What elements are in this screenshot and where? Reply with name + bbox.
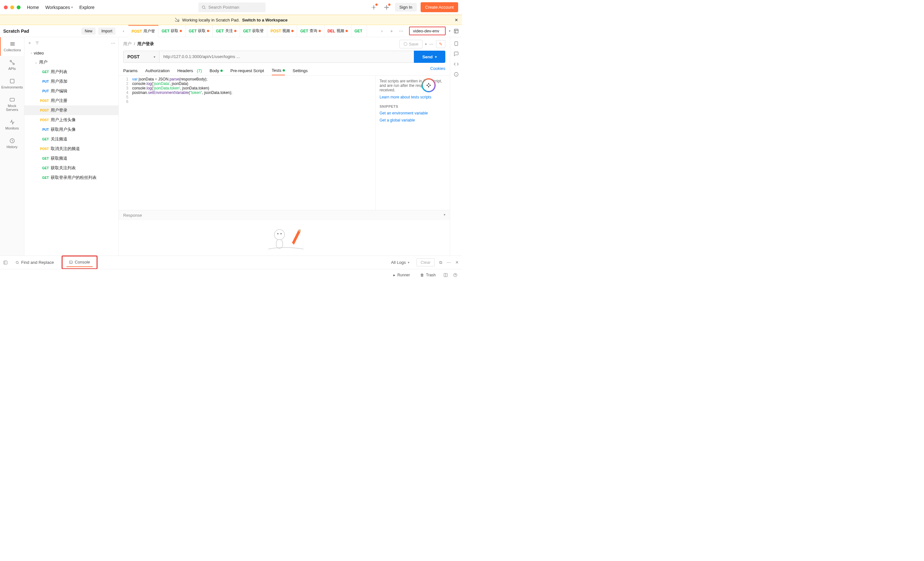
help-icon[interactable] xyxy=(453,273,458,277)
save-button[interactable]: Save xyxy=(399,40,423,48)
request-tab[interactable]: GET获取 xyxy=(186,25,213,37)
rail-monitors[interactable]: Monitors xyxy=(0,115,24,134)
request-tab[interactable]: DEL视频 xyxy=(324,25,351,37)
sync-icon[interactable] xyxy=(369,3,378,12)
response-collapse-icon[interactable]: ▾ xyxy=(444,213,446,218)
find-replace-button[interactable]: Find and Replace xyxy=(13,258,57,267)
request-item[interactable]: GET用户列表 xyxy=(24,67,118,76)
tab-tests[interactable]: Tests xyxy=(272,66,285,75)
tabs-next[interactable]: › xyxy=(377,28,387,33)
info-icon[interactable] xyxy=(454,72,459,77)
tab-settings[interactable]: Settings xyxy=(292,66,308,75)
response-section: Response▾ xyxy=(119,210,450,256)
save-dropdown[interactable]: ▾ xyxy=(425,42,427,46)
sidebar-more-icon[interactable]: ⋯ xyxy=(111,41,115,45)
footer-bar: Find and Replace Console All Logs ▾ Clea… xyxy=(0,256,462,269)
response-label: Response xyxy=(123,213,142,218)
nav-workspaces[interactable]: Workspaces ▾ xyxy=(45,5,73,10)
request-item[interactable]: GET获取关注列表 xyxy=(24,163,118,173)
comments-icon[interactable] xyxy=(454,51,459,57)
bootcamp-orb[interactable] xyxy=(422,78,436,92)
rail-history[interactable]: History xyxy=(0,134,24,153)
minimize-window[interactable] xyxy=(10,6,14,9)
tab-authorization[interactable]: Authorization xyxy=(146,66,170,75)
code-icon[interactable] xyxy=(454,61,459,67)
request-more-icon[interactable]: ⋯ xyxy=(429,42,434,46)
nav-home[interactable]: Home xyxy=(27,5,39,10)
rail-apis[interactable]: APIs xyxy=(0,56,24,74)
nav-explore[interactable]: Explore xyxy=(79,5,94,10)
new-button[interactable]: New xyxy=(81,28,96,34)
switch-workspace-link[interactable]: Switch to a Workspace xyxy=(242,18,288,22)
all-logs-filter[interactable]: All Logs ▾ xyxy=(388,258,412,267)
request-item[interactable]: PUT用户添加 xyxy=(24,76,118,86)
console-button[interactable]: Console xyxy=(66,258,93,267)
request-tab[interactable]: POST视频 xyxy=(267,25,297,37)
copy-icon[interactable]: ⧉ xyxy=(439,260,442,265)
create-account-button[interactable]: Create Account xyxy=(421,2,458,12)
search-placeholder: Search Postman xyxy=(208,5,239,10)
request-tab[interactable]: GET查询 xyxy=(297,25,324,37)
tab-body[interactable]: Body xyxy=(210,66,223,75)
two-pane-icon[interactable] xyxy=(443,273,448,277)
request-content: 用户 / 用户登录 Save ▾ ⋯ ✎ POST▾ http://127.0.… xyxy=(119,37,450,256)
console-more-icon[interactable]: ⋯ xyxy=(447,260,451,265)
rail-collections[interactable]: Collections xyxy=(0,37,24,56)
rail-environments[interactable]: Environments xyxy=(0,74,24,93)
clear-button[interactable]: Clear xyxy=(417,258,435,266)
request-item[interactable]: POST用户上传头像 xyxy=(24,115,118,125)
search-input[interactable]: Search Postman xyxy=(198,3,266,12)
environment-selector[interactable]: video-dev-env xyxy=(409,27,446,35)
import-button[interactable]: Import xyxy=(98,28,116,34)
maximize-window[interactable] xyxy=(16,6,21,9)
runner-button[interactable]: ▸ Runner xyxy=(391,271,412,279)
url-input[interactable]: http://127.0.0.1:3000/api/v1/user/logins… xyxy=(159,51,414,63)
method-selector[interactable]: POST▾ xyxy=(123,51,159,63)
close-window[interactable] xyxy=(4,6,8,9)
env-chevron-icon[interactable]: ▾ xyxy=(449,29,450,33)
close-banner-icon[interactable]: ✕ xyxy=(454,18,458,22)
snippet-get-global[interactable]: Get a global variable xyxy=(380,118,446,123)
signin-button[interactable]: Sign In xyxy=(395,3,417,12)
tabs-prev[interactable]: ‹ xyxy=(119,28,128,33)
request-item[interactable]: GET获取频道 xyxy=(24,154,118,163)
new-tab-button[interactable]: ＋ xyxy=(387,28,396,34)
tabs-more[interactable]: ⋯ xyxy=(396,28,406,33)
request-tab[interactable]: GET关注 xyxy=(213,25,240,37)
collection-root[interactable]: ›video xyxy=(24,49,118,57)
request-item[interactable]: POST用户注册 xyxy=(24,96,118,105)
tests-editor[interactable]: 1var jsonData = JSON.parse(responseBody)… xyxy=(119,76,375,210)
folder-user[interactable]: ⌄用户 xyxy=(24,57,118,67)
request-item[interactable]: POST取消关注的频道 xyxy=(24,144,118,154)
chevron-down-icon: ▾ xyxy=(71,6,73,9)
tab-headers[interactable]: Headers (7) xyxy=(177,66,202,75)
panel-icon[interactable] xyxy=(3,260,8,265)
tab-params[interactable]: Params xyxy=(123,66,138,75)
send-button[interactable]: Send▾ xyxy=(414,51,446,63)
close-console-icon[interactable]: ✕ xyxy=(455,260,459,265)
snippets-header: SNIPPETS xyxy=(380,105,446,108)
env-quicklook-icon[interactable] xyxy=(454,28,459,34)
settings-icon[interactable] xyxy=(382,3,391,12)
request-tab[interactable]: GET xyxy=(351,25,368,37)
request-item[interactable]: POST用户登录 xyxy=(24,105,118,115)
snippet-get-env[interactable]: Get an environment variable xyxy=(380,111,446,115)
request-tab[interactable]: GET获取 xyxy=(159,25,186,37)
trash-button[interactable]: 🗑 Trash xyxy=(418,271,438,279)
edit-icon[interactable]: ✎ xyxy=(436,40,446,48)
rail-mock-servers[interactable]: Mock Servers xyxy=(0,93,24,115)
request-item[interactable]: PUT用户编辑 xyxy=(24,86,118,96)
filter-icon[interactable] xyxy=(35,41,39,45)
request-item[interactable]: PUT获取用户头像 xyxy=(24,125,118,134)
request-item[interactable]: GET获取登录用户的粉丝列表 xyxy=(24,173,118,183)
svg-point-9 xyxy=(274,229,285,240)
request-tab[interactable]: GET获取登 xyxy=(240,25,268,37)
learn-more-link[interactable]: Learn more about tests scripts xyxy=(380,95,446,99)
request-tab[interactable]: POST用户登 xyxy=(128,25,159,37)
request-item[interactable]: GET关注频道 xyxy=(24,134,118,144)
cloud-off-icon xyxy=(174,17,180,22)
add-collection-icon[interactable]: ＋ xyxy=(28,40,32,46)
cookies-link[interactable]: Cookies xyxy=(430,66,446,75)
docs-icon[interactable] xyxy=(454,41,459,46)
tab-prerequest[interactable]: Pre-request Script xyxy=(230,66,264,75)
